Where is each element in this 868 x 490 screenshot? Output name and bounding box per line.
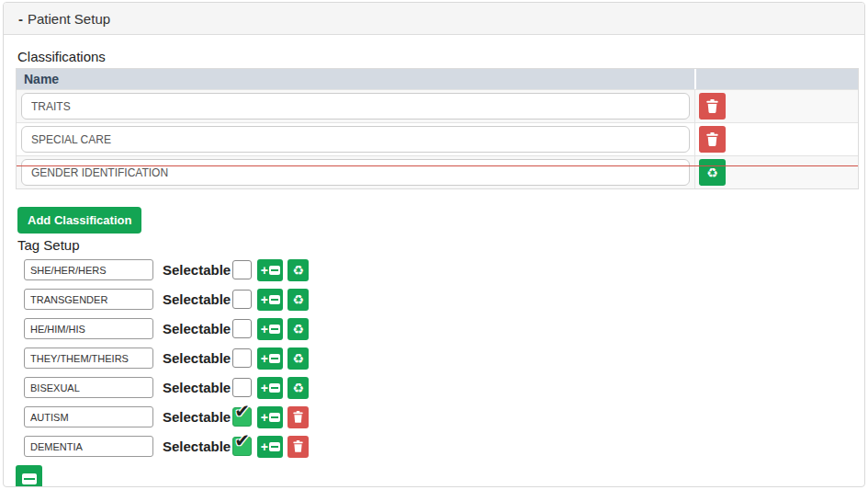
selectable-label: Selectable bbox=[163, 289, 231, 310]
selectable-checkbox[interactable]: ✔ bbox=[232, 407, 252, 427]
card-icon bbox=[22, 473, 37, 484]
classification-actions-cell bbox=[694, 123, 858, 155]
tag-name-input[interactable] bbox=[24, 289, 153, 310]
classification-row bbox=[17, 122, 858, 155]
trash-icon bbox=[706, 99, 718, 113]
trash-icon bbox=[293, 440, 303, 452]
classification-actions-cell bbox=[694, 90, 858, 122]
add-tag-button[interactable] bbox=[16, 465, 42, 487]
restore-tag-button[interactable]: ♻ bbox=[287, 289, 309, 311]
tag-setup-label: Tag Setup bbox=[17, 237, 852, 254]
check-icon: ✔ bbox=[234, 431, 250, 450]
recycle-icon: ♻ bbox=[706, 166, 718, 179]
add-tag-value-button[interactable]: + bbox=[257, 436, 283, 458]
trash-icon bbox=[293, 411, 303, 423]
tag-rows: Selectable ✔ + ♻ Selectable ✔ bbox=[16, 259, 852, 457]
card-icon bbox=[269, 413, 280, 422]
plus-icon: + bbox=[261, 352, 268, 365]
recycle-icon: ♻ bbox=[292, 293, 304, 306]
check-icon: ✔ bbox=[234, 402, 250, 420]
tag-row: Selectable ✔ + ♻ bbox=[24, 348, 852, 369]
selectable-label: Selectable bbox=[163, 259, 231, 280]
classifications-table-header: Name bbox=[17, 69, 858, 89]
plus-icon: + bbox=[261, 382, 268, 394]
tag-name-input[interactable] bbox=[24, 259, 153, 280]
tag-name-input[interactable] bbox=[24, 318, 153, 339]
plus-icon: + bbox=[261, 264, 268, 277]
trash-icon bbox=[706, 132, 718, 146]
plus-icon: + bbox=[261, 293, 268, 306]
restore-classification-button[interactable]: ♻ bbox=[699, 159, 726, 186]
name-column-header: Name bbox=[17, 69, 694, 89]
tag-name-input[interactable] bbox=[24, 436, 153, 457]
card-icon bbox=[269, 325, 280, 334]
patient-setup-panel: - Patient Setup Classifications Name bbox=[3, 2, 865, 487]
card-icon bbox=[269, 383, 280, 393]
add-tag-value-button[interactable]: + bbox=[257, 259, 283, 281]
recycle-icon: ♻ bbox=[292, 352, 304, 365]
card-icon bbox=[269, 354, 280, 363]
selectable-label: Selectable bbox=[163, 348, 231, 369]
delete-tag-button[interactable] bbox=[287, 436, 309, 458]
plus-icon: + bbox=[261, 440, 268, 453]
tag-row: Selectable ✔ + ♻ bbox=[24, 289, 852, 310]
selectable-checkbox[interactable]: ✔ bbox=[232, 260, 252, 279]
add-tag-value-button[interactable]: + bbox=[257, 406, 283, 428]
card-icon bbox=[269, 266, 280, 275]
add-tag-value-button[interactable]: + bbox=[257, 348, 283, 370]
add-tag-value-button[interactable]: + bbox=[257, 377, 283, 399]
collapse-toggle-icon[interactable]: - bbox=[18, 11, 23, 27]
tag-name-input[interactable] bbox=[24, 377, 153, 398]
add-tag-value-button[interactable]: + bbox=[257, 289, 283, 311]
tag-row: Selectable ✔ + ♻ bbox=[24, 318, 852, 339]
card-icon bbox=[269, 442, 280, 451]
classification-name-cell bbox=[17, 156, 694, 188]
selectable-label: Selectable bbox=[163, 377, 231, 398]
actions-column-header bbox=[694, 69, 858, 89]
classification-row-deleted: ♻ bbox=[17, 155, 858, 188]
panel-body: Classifications Name bbox=[4, 35, 864, 487]
add-tag-value-button[interactable]: + bbox=[257, 318, 283, 340]
classification-name-input[interactable] bbox=[21, 159, 690, 186]
panel-header[interactable]: - Patient Setup bbox=[4, 3, 864, 35]
selectable-label: Selectable bbox=[163, 318, 231, 339]
selectable-label: Selectable bbox=[163, 406, 231, 427]
tag-name-input[interactable] bbox=[24, 406, 153, 427]
restore-tag-button[interactable]: ♻ bbox=[287, 377, 309, 399]
selectable-checkbox[interactable]: ✔ bbox=[232, 348, 252, 368]
card-icon bbox=[269, 295, 280, 304]
classification-actions-cell: ♻ bbox=[694, 156, 858, 188]
tag-row: Selectable ✔ + bbox=[24, 406, 852, 427]
selectable-checkbox[interactable]: ✔ bbox=[232, 378, 252, 397]
plus-icon: + bbox=[261, 323, 268, 336]
add-classification-button[interactable]: Add Classification bbox=[17, 207, 141, 234]
classification-name-cell bbox=[17, 123, 694, 155]
tag-row: Selectable ✔ + ♻ bbox=[24, 377, 852, 398]
delete-classification-button[interactable] bbox=[699, 93, 726, 120]
restore-tag-button[interactable]: ♻ bbox=[287, 318, 309, 340]
selectable-checkbox[interactable]: ✔ bbox=[232, 290, 252, 309]
tag-name-input[interactable] bbox=[24, 348, 153, 369]
classification-name-cell bbox=[17, 90, 694, 122]
classifications-table: Name bbox=[16, 68, 859, 189]
tag-row: Selectable ✔ + ♻ bbox=[24, 259, 852, 280]
recycle-icon: ♻ bbox=[292, 264, 304, 277]
recycle-icon: ♻ bbox=[292, 323, 304, 336]
selectable-checkbox[interactable]: ✔ bbox=[232, 437, 252, 456]
delete-classification-button[interactable] bbox=[699, 126, 726, 153]
classification-name-input[interactable] bbox=[21, 93, 690, 120]
classification-name-input[interactable] bbox=[21, 126, 690, 153]
delete-tag-button[interactable] bbox=[287, 406, 309, 428]
classifications-label: Classifications bbox=[17, 49, 852, 65]
classification-row bbox=[17, 89, 858, 122]
recycle-icon: ♻ bbox=[292, 382, 304, 394]
restore-tag-button[interactable]: ♻ bbox=[287, 348, 309, 370]
plus-icon: + bbox=[261, 411, 268, 424]
selectable-label: Selectable bbox=[163, 436, 231, 457]
page-title: Patient Setup bbox=[28, 11, 110, 27]
restore-tag-button[interactable]: ♻ bbox=[287, 259, 309, 281]
tag-row: Selectable ✔ + bbox=[24, 436, 852, 457]
selectable-checkbox[interactable]: ✔ bbox=[232, 319, 252, 338]
